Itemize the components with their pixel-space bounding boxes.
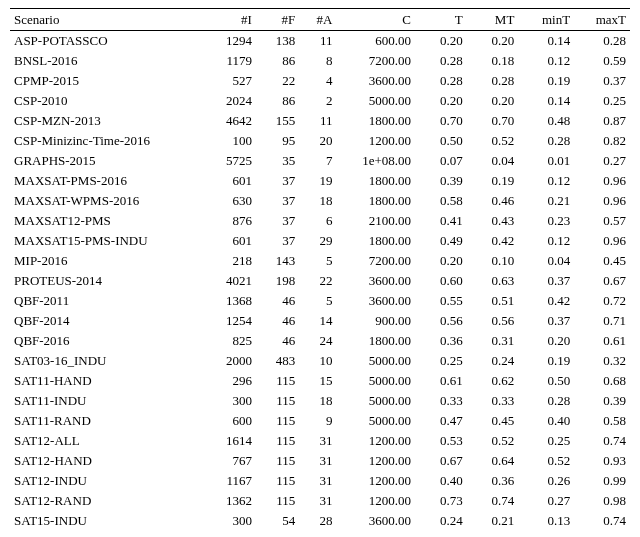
cell-scenario: MAXSAT-WPMS-2016 [10,191,206,211]
cell-f: 122 [256,531,299,537]
cell-mint: 0.20 [518,331,574,351]
cell-a: 31 [299,471,336,491]
cell-scenario: SAT12-ALL [10,431,206,451]
cell-i: 300 [206,391,256,411]
cell-mint: 0.19 [518,71,574,91]
cell-f: 54 [256,511,299,531]
cell-mt: 0.70 [467,111,519,131]
cell-c: 1800.00 [337,191,416,211]
cell-a: 7 [299,151,336,171]
cell-scenario: MAXSAT12-PMS [10,211,206,231]
col-scenario: Scenario [10,9,206,31]
cell-mint: 0.28 [518,391,574,411]
cell-t: 0.49 [415,231,467,251]
col-f: #F [256,9,299,31]
table-row: QBF-201412544614900.000.560.560.370.71 [10,311,630,331]
cell-t: 0.50 [415,131,467,151]
cell-c: 5000.00 [337,91,416,111]
col-a: #A [299,9,336,31]
col-mint: minT [518,9,574,31]
cell-t: 0.67 [415,451,467,471]
cell-mint: 0.27 [518,491,574,511]
cell-f: 95 [256,131,299,151]
table-body: ASP-POTASSCO129413811600.000.200.200.140… [10,31,630,538]
table-row: MIP-201621814357200.000.200.100.040.45 [10,251,630,271]
cell-mint: 0.25 [518,431,574,451]
cell-a: 6 [299,211,336,231]
cell-mt: 0.21 [467,511,519,531]
cell-scenario: MIP-2016 [10,251,206,271]
cell-mint: 0.48 [518,111,574,131]
cell-scenario: SAT11-RAND [10,411,206,431]
cell-i: 218 [206,251,256,271]
cell-c: 1200.00 [337,451,416,471]
cell-maxt: 0.72 [574,291,630,311]
cell-f: 22 [256,71,299,91]
cell-a: 28 [299,511,336,531]
cell-t: 0.73 [415,491,467,511]
table-row: ASP-POTASSCO129413811600.000.200.200.140… [10,31,630,52]
cell-a: 4 [299,71,336,91]
cell-i: 296 [206,371,256,391]
cell-c: 1200.00 [337,131,416,151]
cell-c: 5000.00 [337,371,416,391]
cell-mint: 0.42 [518,291,574,311]
cell-t: 0.56 [415,311,467,331]
cell-f: 37 [256,231,299,251]
col-i: #I [206,9,256,31]
cell-t: 0.40 [415,471,467,491]
cell-i: 300 [206,511,256,531]
table-row: MAXSAT12-PMS8763762100.000.410.430.230.5… [10,211,630,231]
cell-c: 1e+08.00 [337,151,416,171]
cell-mt: 0.64 [467,451,519,471]
table-row: SAT11-RAND60011595000.000.470.450.400.58 [10,411,630,431]
cell-mint: 0.52 [518,451,574,471]
cell-mint: 0.12 [518,231,574,251]
cell-scenario: GRAPHS-2015 [10,151,206,171]
cell-scenario: SAT12-RAND [10,491,206,511]
cell-maxt: 0.27 [574,151,630,171]
cell-mint: 0.13 [518,511,574,531]
table-row: SAT12-INDU1167115311200.000.400.360.260.… [10,471,630,491]
table-row: MAXSAT-WPMS-201663037181800.000.580.460.… [10,191,630,211]
cell-t: 0.24 [415,511,467,531]
cell-mint: 0.23 [518,211,574,231]
cell-f: 86 [256,91,299,111]
cell-scenario: QBF-2011 [10,291,206,311]
cell-f: 115 [256,471,299,491]
table-row: BNSL-201611798687200.000.280.180.120.59 [10,51,630,71]
cell-mint: 0.12 [518,171,574,191]
cell-maxt: 0.32 [574,351,630,371]
cell-scenario: SAT11-HAND [10,371,206,391]
cell-mt: 0.03 [467,531,519,537]
cell-c: 3600.00 [337,271,416,291]
cell-f: 46 [256,291,299,311]
cell-i: 100 [206,131,256,151]
cell-mint: 0.04 [518,251,574,271]
cell-t: 0.70 [415,111,467,131]
cell-a: 4 [299,531,336,537]
cell-maxt: 0.45 [574,251,630,271]
cell-mt: 0.46 [467,191,519,211]
cell-a: 20 [299,131,336,151]
cell-t: 0.36 [415,331,467,351]
cell-t: 0.53 [415,431,467,451]
cell-i: 876 [206,211,256,231]
cell-i: 601 [206,231,256,251]
cell-scenario: MAXSAT15-PMS-INDU [10,231,206,251]
cell-t: 0.55 [415,291,467,311]
cell-scenario: TSP-LION2015 [10,531,206,537]
cell-a: 31 [299,491,336,511]
cell-c: 1800.00 [337,111,416,131]
cell-mt: 0.52 [467,131,519,151]
cell-maxt: 0.98 [574,491,630,511]
cell-mint: 0.37 [518,311,574,331]
cell-mt: 0.20 [467,91,519,111]
cell-mt: 0.10 [467,251,519,271]
table-row: SAT12-HAND767115311200.000.670.640.520.9… [10,451,630,471]
cell-f: 198 [256,271,299,291]
cell-c: 3600.00 [337,531,416,537]
cell-scenario: QBF-2014 [10,311,206,331]
table-row: SAT15-INDU30054283600.000.240.210.130.74 [10,511,630,531]
cell-c: 3600.00 [337,291,416,311]
